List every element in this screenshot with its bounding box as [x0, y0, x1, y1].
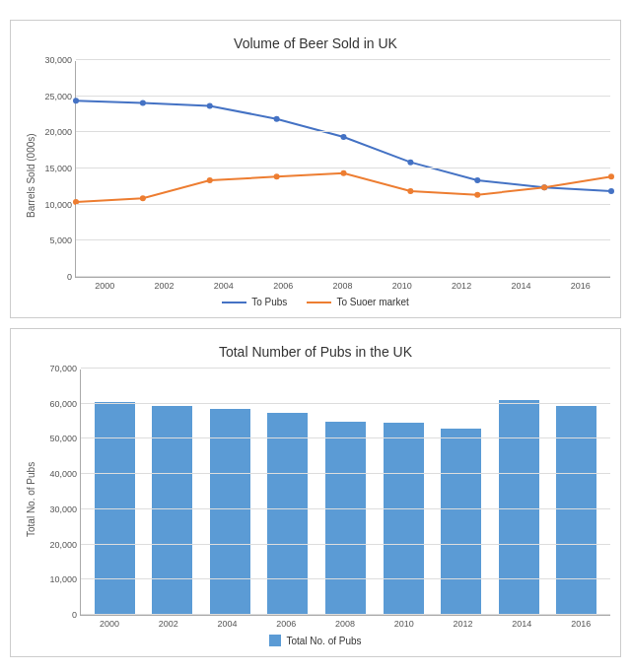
bar — [556, 406, 596, 616]
y-tick-label: 15,000 — [44, 164, 76, 173]
bar-group — [201, 409, 259, 615]
chart1-plot: 05,00010,00015,00020,00025,00030,000 — [75, 61, 610, 278]
x-label: 2006 — [256, 619, 316, 629]
x-label: 2000 — [75, 281, 134, 291]
x-label: 2012 — [432, 281, 491, 291]
bar — [384, 423, 424, 615]
grid-line — [81, 544, 610, 545]
x-label: 2012 — [434, 619, 493, 629]
bar — [325, 422, 366, 615]
x-label: 2016 — [551, 281, 610, 291]
bar — [152, 406, 192, 616]
svg-point-14 — [407, 188, 413, 194]
grid-line — [81, 437, 610, 438]
x-label: 2004 — [198, 619, 257, 629]
x-label: 2016 — [551, 619, 610, 629]
x-label: 2000 — [80, 619, 139, 629]
grid-line — [81, 578, 610, 579]
grid-line — [81, 403, 610, 404]
chart2-legend-item1: Total No. of Pubs — [269, 635, 361, 646]
chart1-legend-label1: To Pubs — [251, 297, 287, 307]
bar — [210, 409, 250, 615]
y-tick-label: 10,000 — [49, 574, 81, 584]
grid-line — [76, 168, 610, 168]
grid-line — [76, 96, 610, 97]
svg-point-2 — [207, 102, 213, 108]
chart1-legend-label2: To Suoer market — [336, 297, 408, 307]
svg-point-16 — [541, 184, 547, 190]
grid-line — [81, 508, 610, 509]
chart2-area: Total No. of Pubs 010,00020,00030,00040,… — [21, 370, 610, 629]
chart2-legend: Total No. of Pubs — [21, 635, 610, 646]
bar-group — [548, 406, 606, 616]
y-tick-label: 50,000 — [49, 434, 81, 443]
svg-point-12 — [274, 173, 280, 179]
y-tick-label: 30,000 — [49, 504, 81, 514]
svg-point-1 — [140, 101, 146, 106]
chart1-legend: To Pubs To Suoer market — [21, 297, 610, 307]
x-label: 2010 — [373, 281, 432, 291]
bar-group — [316, 422, 375, 615]
bar — [267, 413, 308, 615]
bar-group — [259, 413, 317, 615]
y-tick-label: 40,000 — [49, 469, 81, 479]
grid-line — [76, 131, 610, 132]
chart1-x-labels: 200020022004200620082010201220142016 — [75, 278, 610, 291]
x-label: 2008 — [316, 619, 375, 629]
chart2-legend-label1: Total No. of Pubs — [286, 636, 361, 646]
bar-group — [144, 406, 202, 616]
chart1-legend-line1 — [222, 302, 246, 303]
chart1-title: Volume of Beer Sold in UK — [21, 35, 610, 51]
grid-line — [81, 614, 610, 615]
y-tick-label: 60,000 — [49, 399, 81, 409]
y-tick-label: 20,000 — [44, 127, 76, 137]
bar — [441, 429, 481, 615]
svg-point-6 — [474, 177, 480, 183]
chart2-yaxis-label: Total No. of Pubs — [21, 370, 40, 629]
svg-point-17 — [608, 173, 614, 179]
chart2-container: Total Number of Pubs in the UK Total No.… — [10, 328, 621, 657]
y-tick-label: 5,000 — [49, 235, 76, 245]
x-label: 2006 — [253, 281, 313, 291]
chart2-inner: 010,00020,00030,00040,00050,00060,00070,… — [40, 370, 610, 629]
chart1-container: Volume of Beer Sold in UK Barrels Sold (… — [10, 20, 621, 318]
y-tick-label: 0 — [72, 610, 81, 620]
chart1-legend-item1: To Pubs — [222, 297, 287, 307]
x-label: 2002 — [134, 281, 193, 291]
chart1-yaxis-label: Barrels Sold (000s) — [21, 61, 40, 291]
y-tick-label: 30,000 — [44, 55, 76, 65]
svg-point-15 — [474, 192, 480, 198]
x-label: 2008 — [313, 281, 372, 291]
svg-point-5 — [407, 160, 413, 166]
svg-point-3 — [274, 116, 280, 122]
x-label: 2014 — [491, 281, 550, 291]
y-tick-label: 10,000 — [44, 200, 76, 210]
svg-point-8 — [608, 188, 614, 194]
chart2-plot: 010,00020,00030,00040,00050,00060,00070,… — [80, 370, 610, 616]
y-tick-label: 20,000 — [49, 540, 81, 550]
y-tick-label: 25,000 — [44, 92, 76, 101]
svg-point-10 — [140, 195, 146, 201]
svg-point-11 — [207, 177, 213, 183]
grid-line — [76, 204, 610, 205]
svg-point-13 — [341, 170, 347, 176]
chart1-legend-item2: To Suoer market — [307, 297, 408, 307]
x-label: 2014 — [492, 619, 551, 629]
x-label: 2010 — [375, 619, 434, 629]
chart2-x-labels: 200020022004200620082010201220142016 — [80, 616, 610, 629]
chart1-legend-line2 — [307, 302, 331, 303]
grid-line — [81, 473, 610, 474]
grid-line — [81, 368, 610, 369]
chart2-title: Total Number of Pubs in the UK — [21, 344, 610, 360]
svg-point-4 — [341, 134, 347, 140]
grid-line — [76, 276, 610, 277]
y-tick-label: 0 — [67, 272, 76, 282]
x-label: 2002 — [139, 619, 198, 629]
grid-line — [76, 59, 610, 60]
chart2-legend-square — [269, 635, 281, 646]
x-label: 2004 — [194, 281, 253, 291]
chart1-area: Barrels Sold (000s) 05,00010,00015,00020… — [21, 61, 610, 291]
grid-line — [76, 239, 610, 240]
y-tick-label: 70,000 — [49, 364, 81, 373]
chart1-inner: 05,00010,00015,00020,00025,00030,000 200… — [40, 61, 610, 291]
